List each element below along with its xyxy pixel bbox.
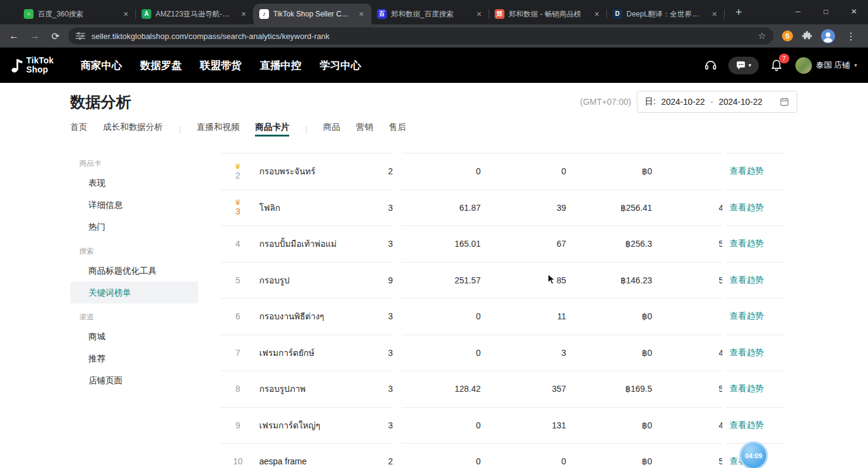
chevron-down-icon: ▾	[748, 62, 751, 68]
tab-close-icon[interactable]: ✕	[710, 10, 719, 19]
keyword-cell: กรอบรูป	[259, 263, 290, 299]
sidebar-item[interactable]: 店铺页面	[70, 369, 198, 391]
value-cell-1: 251.57	[403, 263, 481, 299]
sidebar-item[interactable]: 热门	[70, 216, 198, 238]
browser-tab[interactable]: ○ 百度_360搜索 ✕	[18, 4, 136, 24]
crown-icon: ♛	[235, 163, 242, 171]
value-cell-2: 11	[488, 299, 566, 335]
clipped-left-value: 3	[317, 299, 393, 335]
site-settings-icon[interactable]	[76, 31, 85, 41]
sidebar-section-product-card: 商品卡 表现详细信息热门	[70, 155, 198, 238]
partial-row	[220, 146, 784, 154]
window-maximize-button[interactable]: □	[812, 0, 840, 23]
seller-nav-item[interactable]: 联盟带货	[200, 58, 242, 73]
sidebar-section-channel: 渠道 商城推荐店铺页面	[70, 308, 198, 391]
sidebar-item[interactable]: 商城	[70, 325, 198, 347]
value-cell-3: ฿169.5	[571, 371, 652, 407]
browser-menu-icon[interactable]: ⋮	[844, 30, 858, 42]
sidebar-item[interactable]: 推荐	[70, 347, 198, 369]
shop-switcher[interactable]: 泰国 店铺 ▾	[795, 57, 857, 74]
rank-cell: ♛ 3	[226, 190, 250, 226]
tab-close-icon[interactable]: ✕	[357, 10, 366, 19]
rank-cell: ♛ 8	[226, 371, 250, 407]
value-cell-1: 0	[403, 299, 481, 335]
extensions-puzzle-icon[interactable]	[802, 30, 812, 41]
rank-number: 5	[235, 275, 240, 285]
value-cell-2: 39	[488, 190, 566, 226]
sidebar-item[interactable]: 详细信息	[70, 194, 198, 216]
analytics-tab[interactable]: 首页	[70, 121, 87, 136]
view-trend-link[interactable]: 查看趋势	[730, 190, 764, 226]
browser-tab[interactable]: A AMZ123亚马逊导航-跨境 ✕	[136, 4, 254, 24]
clipped-right-value: 5	[697, 226, 723, 262]
sidebar-item[interactable]: 表现	[70, 172, 198, 194]
support-headset-icon[interactable]	[704, 58, 717, 72]
tab-title: DeepL翻译：全世界最准	[626, 9, 706, 20]
url-text: seller.tiktokglobalshop.com/compass/sear…	[91, 32, 752, 41]
browser-tab[interactable]: 郑 郑和数据 - 畅销商品榜 ✕	[489, 4, 607, 24]
view-trend-link[interactable]: 查看趋势	[730, 335, 764, 371]
view-trend-link[interactable]: 查看趋势	[730, 226, 764, 262]
view-trend-link[interactable]: 查看趋势	[730, 299, 764, 335]
window-minimize-button[interactable]: ─	[784, 0, 812, 23]
tab-close-icon[interactable]: ✕	[239, 10, 248, 19]
browser-toolbar: ← → ⟳ seller.tiktokglobalshop.com/compas…	[0, 24, 868, 48]
notifications-button[interactable]: 7	[770, 58, 784, 73]
bookmark-star-icon[interactable]: ☆	[758, 30, 766, 41]
value-cell-3: ฿0	[571, 299, 652, 335]
value-cell-2: 67	[488, 226, 566, 262]
view-trend-link[interactable]: 查看趋势	[730, 154, 764, 190]
tab-favicon-icon: A	[142, 9, 151, 19]
sidebar-item[interactable]: 商品标题优化工具	[70, 260, 198, 282]
browser-tab[interactable]: 百 郑和数据_百度搜索 ✕	[371, 4, 489, 24]
sidebar-item[interactable]: 关键词榜单	[70, 282, 198, 303]
seller-nav-item[interactable]: 商家中心	[81, 58, 122, 73]
analytics-tab[interactable]: 成长和数据分析	[103, 121, 163, 136]
clipped-left-value: 3	[317, 190, 393, 226]
browser-tab[interactable]: ♪ TikTok Shop Seller Cente ✕	[254, 4, 371, 24]
address-bar[interactable]: seller.tiktokglobalshop.com/compass/sear…	[68, 27, 773, 44]
value-cell-1: 0	[403, 444, 481, 468]
back-button[interactable]: ←	[6, 30, 22, 41]
clipped-right-value: 5	[697, 371, 723, 407]
table-row: ♛ 8 กรอบรูปภาพ 3 128.42 357 ฿169.5 5 查看趋…	[220, 371, 784, 408]
forward-button[interactable]: →	[27, 30, 43, 41]
extension-s-icon[interactable]: S	[782, 30, 793, 41]
date-range-picker[interactable]: 日: 2024-10-22 - 2024-10-22	[637, 91, 797, 113]
new-tab-button[interactable]: +	[731, 5, 747, 19]
analytics-tab[interactable]: 直播和视频	[196, 121, 239, 136]
keyword-cell: เฟรมการ์ดยักษ์	[259, 335, 314, 371]
screen-timer-widget[interactable]: 04:09	[739, 441, 768, 468]
tab-close-icon[interactable]: ✕	[121, 10, 131, 19]
clipped-right-value: 4	[697, 335, 723, 371]
browser-tab[interactable]: D DeepL翻译：全世界最准 ✕	[607, 4, 725, 24]
messages-button[interactable]: ▾	[728, 57, 759, 74]
page-title: 数据分析	[70, 92, 131, 112]
value-cell-1: 128.42	[403, 371, 481, 407]
seller-nav-item[interactable]: 学习中心	[320, 58, 361, 73]
sidebar-section-search: 搜索 商品标题优化工具关键词榜单	[70, 243, 198, 303]
seller-nav-item[interactable]: 数据罗盘	[140, 58, 182, 73]
rank-cell: ♛ 6	[226, 299, 250, 335]
tiktok-shop-logo[interactable]: TikTok Shop	[11, 56, 67, 74]
mouse-cursor	[547, 274, 558, 288]
analytics-tab[interactable]: 营销	[356, 121, 373, 136]
view-trend-link[interactable]: 查看趋势	[730, 263, 764, 299]
analytics-tab[interactable]: 商品	[323, 121, 340, 136]
tab-favicon-icon: 郑	[495, 9, 504, 19]
view-trend-link[interactable]: 查看趋势	[730, 371, 764, 407]
value-cell-1: 0	[403, 335, 481, 371]
tab-close-icon[interactable]: ✕	[475, 10, 484, 19]
analytics-tab[interactable]: 售后	[389, 121, 406, 136]
seller-nav-item[interactable]: 直播中控	[260, 58, 301, 73]
notification-badge: 7	[779, 54, 789, 63]
table-row: ♛ 7 เฟรมการ์ดยักษ์ 3 0 3 ฿0 4 查看趋势	[220, 335, 784, 372]
reload-button[interactable]: ⟳	[48, 30, 63, 42]
window-close-button[interactable]: ✕	[840, 0, 868, 23]
browser-profile-avatar[interactable]	[821, 29, 835, 43]
view-trend-link[interactable]: 查看趋势	[730, 408, 764, 444]
clipped-left-value: 3	[317, 371, 393, 407]
analytics-tab[interactable]: 商品卡片	[255, 121, 289, 136]
tab-close-icon[interactable]: ✕	[592, 10, 601, 19]
value-cell-3: ฿256.41	[571, 190, 652, 226]
